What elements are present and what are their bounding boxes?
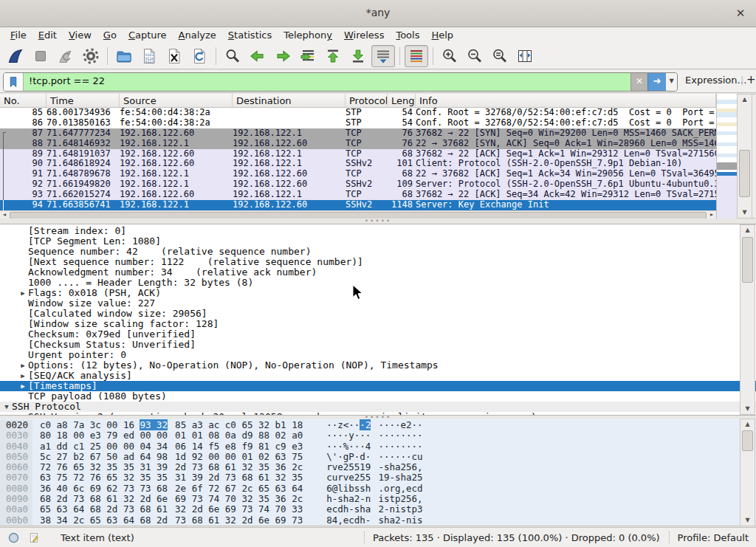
- go-to-packet-button[interactable]: [296, 45, 320, 67]
- hex-row[interactable]: 00b038 34 2c 65 63 64 68 2d73 68 61 32 2…: [0, 515, 756, 526]
- column-header-source[interactable]: Source: [120, 94, 233, 107]
- go-last-packet-button[interactable]: [346, 45, 370, 67]
- hex-row[interactable]: 00a065 63 64 68 2d 73 68 6132 2d 6e 69 7…: [0, 504, 756, 515]
- menu-help[interactable]: Help: [425, 28, 459, 42]
- detail-line[interactable]: [Stream index: 0]: [0, 226, 756, 236]
- capture-comment-button[interactable]: [27, 530, 41, 545]
- detail-line[interactable]: Window size value: 227: [0, 298, 756, 309]
- resize-columns-button[interactable]: [513, 45, 537, 67]
- filter-text[interactable]: !tcp.port == 22: [24, 73, 630, 91]
- column-header-info[interactable]: Info: [416, 94, 716, 107]
- auto-scroll-button[interactable]: [371, 45, 395, 67]
- scroll-down-arrow-icon[interactable]: ▼: [740, 404, 755, 414]
- detail-line[interactable]: ▶[SEQ/ACK analysis]: [0, 371, 756, 381]
- go-back-button[interactable]: [246, 45, 269, 67]
- packet-row[interactable]: 8871.648146932192.168.122.1192.168.122.6…: [0, 139, 716, 149]
- menu-capture[interactable]: Capture: [123, 28, 173, 42]
- column-header-protocol[interactable]: Protocol: [346, 94, 388, 107]
- collapsed-arrow-icon[interactable]: ▶: [18, 381, 28, 391]
- stop-capture-button[interactable]: [29, 45, 52, 67]
- packet-row[interactable]: 9371.662015274192.168.122.60192.168.122.…: [0, 190, 716, 200]
- window-titlebar[interactable]: *any ✕: [0, 0, 756, 27]
- start-capture-button[interactable]: [4, 45, 27, 67]
- vscrollbar-thumb[interactable]: [742, 430, 753, 451]
- column-header-no[interactable]: No.: [0, 94, 47, 107]
- detail-line[interactable]: [Next sequence number: 1122 (relative se…: [0, 257, 756, 267]
- packet-row[interactable]: 9071.648618924192.168.122.60192.168.122.…: [0, 159, 716, 169]
- hex-row[interactable]: 0040a1 dd c1 25 00 00 04 3406 14 f5 e8 f…: [0, 441, 756, 452]
- filter-clear-button[interactable]: ✕: [630, 73, 647, 91]
- detail-line[interactable]: TCP payload (1080 bytes): [0, 391, 756, 402]
- hex-row[interactable]: 006072 76 65 32 35 35 31 392d 73 68 61 3…: [0, 462, 756, 472]
- hex-row[interactable]: 009068 2d 73 68 61 32 2d 6e69 73 74 70 3…: [0, 494, 756, 504]
- packet-row-selected[interactable]: 9471.663856741192.168.122.1192.168.122.6…: [0, 200, 716, 210]
- detail-line[interactable]: Urgent pointer: 0: [0, 350, 756, 360]
- go-first-packet-button[interactable]: [321, 45, 345, 67]
- scroll-down-arrow-icon[interactable]: ▼: [738, 207, 752, 218]
- detail-line[interactable]: ▶Options: (12 bytes), No-Operation (NOP)…: [0, 360, 756, 371]
- restart-capture-button[interactable]: [54, 45, 78, 67]
- detail-line[interactable]: ▶Flags: 0x018 (PSH, ACK): [0, 288, 756, 298]
- detail-line[interactable]: ▼SSH Protocol: [0, 402, 756, 412]
- menu-wireless[interactable]: Wireless: [338, 28, 390, 42]
- find-packet-button[interactable]: [221, 45, 244, 67]
- detail-line[interactable]: 1000 .... = Header Length: 32 bytes (8): [0, 278, 756, 288]
- window-close-button[interactable]: ✕: [732, 5, 749, 21]
- scroll-down-arrow-icon[interactable]: ▼: [740, 515, 755, 526]
- zoom-in-button[interactable]: [438, 45, 461, 67]
- detail-line[interactable]: [Calculated window size: 29056]: [0, 309, 756, 319]
- detail-line[interactable]: [Window size scaling factor: 128]: [0, 319, 756, 329]
- hex-row[interactable]: 007063 75 72 76 65 32 35 3531 39 2d 73 6…: [0, 472, 756, 483]
- menu-go[interactable]: Go: [97, 28, 123, 42]
- detail-line[interactable]: [Checksum Status: Unverified]: [0, 340, 756, 350]
- expanded-arrow-icon[interactable]: ▼: [1, 402, 12, 412]
- hex-row[interactable]: 008036 40 6c 69 62 73 73 682e 6f 72 67 2…: [0, 484, 756, 494]
- detail-line[interactable]: Acknowledgment number: 34 (relative ack …: [0, 267, 756, 278]
- filter-apply-button[interactable]: ➜: [647, 73, 666, 91]
- packet-list-vscrollbar[interactable]: ▲ ▼: [737, 94, 752, 219]
- open-file-button[interactable]: [112, 45, 136, 67]
- close-file-button[interactable]: [162, 45, 186, 67]
- display-filter-input[interactable]: !tcp.port == 22 ✕ ➜ ▼: [3, 72, 678, 92]
- column-header-destination[interactable]: Destination: [233, 94, 346, 107]
- capture-options-button[interactable]: [79, 45, 103, 67]
- hex-row[interactable]: 00505c 27 b2 67 50 ad 64 981d 92 00 00 0…: [0, 452, 756, 462]
- status-profile[interactable]: Profile: Default: [678, 532, 749, 543]
- packet-row[interactable]: 8971.648191037192.168.122.60192.168.122.…: [0, 149, 716, 159]
- collapsed-arrow-icon[interactable]: ▶: [18, 371, 28, 381]
- scroll-right-arrow-icon[interactable]: ▸: [707, 211, 716, 219]
- scroll-up-arrow-icon[interactable]: ▲: [740, 419, 755, 430]
- hex-row[interactable]: 0020c0 a8 7a 3c 00 16 93 3285 a3 ac c0 6…: [0, 420, 756, 430]
- column-header-length[interactable]: Length: [388, 94, 416, 107]
- collapsed-arrow-icon[interactable]: ▶: [18, 288, 28, 298]
- add-filter-button[interactable]: +: [746, 73, 756, 86]
- reload-file-button[interactable]: [188, 45, 211, 67]
- menu-view[interactable]: View: [63, 28, 97, 42]
- details-vscrollbar[interactable]: ▲ ▼: [740, 224, 755, 415]
- column-header-time[interactable]: Time: [47, 94, 120, 107]
- menu-file[interactable]: File: [4, 28, 32, 42]
- vscrollbar-thumb[interactable]: [739, 150, 750, 197]
- packet-row[interactable]: 8568.001734936fe:54:00:d4:38:2aSTP54Conf…: [0, 108, 716, 118]
- detail-line-selected[interactable]: ▶[Timestamps]: [0, 381, 756, 391]
- scroll-left-arrow-icon[interactable]: ◂: [0, 211, 9, 219]
- detail-line[interactable]: Checksum: 0x79ed [unverified]: [0, 329, 756, 340]
- packet-row[interactable]: 8771.647777234192.168.122.60192.168.122.…: [0, 128, 716, 139]
- hex-row[interactable]: 003080 18 00 e3 79 ed 00 0001 01 08 0a d…: [0, 430, 756, 441]
- go-forward-button[interactable]: [271, 45, 295, 67]
- menu-analyze[interactable]: Analyze: [173, 28, 222, 42]
- save-file-button[interactable]: 010101100113: [137, 45, 161, 67]
- zoom-out-button[interactable]: [463, 45, 487, 67]
- scroll-up-arrow-icon[interactable]: ▲: [740, 225, 755, 235]
- packet-list-minimap[interactable]: [716, 94, 737, 219]
- filter-bookmark-button[interactable]: [4, 73, 24, 91]
- menu-edit[interactable]: Edit: [32, 28, 63, 42]
- vscrollbar-thumb[interactable]: [742, 237, 753, 283]
- collapsed-arrow-icon[interactable]: ▶: [18, 360, 28, 371]
- packet-row[interactable]: 8670.013850163fe:54:00:d4:38:2aSTP54Conf…: [0, 118, 716, 128]
- pane-splitter[interactable]: •••••: [0, 219, 756, 224]
- colorize-button[interactable]: [405, 45, 428, 67]
- expert-info-button[interactable]: [6, 530, 21, 545]
- menu-statistics[interactable]: Statistics: [222, 28, 278, 42]
- scroll-up-arrow-icon[interactable]: ▲: [738, 94, 752, 105]
